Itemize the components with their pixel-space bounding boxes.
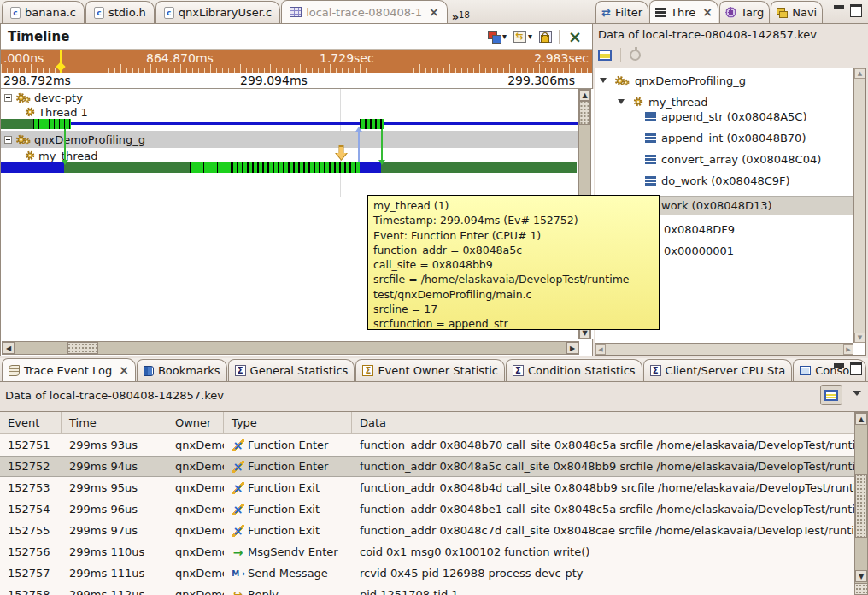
column-header-time[interactable]: Time [62,412,167,433]
column-header-data[interactable]: Data [352,412,854,433]
close-icon[interactable] [119,364,129,377]
scroll-down-icon[interactable] [855,570,867,582]
sync-dropdown-button[interactable] [513,31,532,43]
column-header-event[interactable]: Event [0,412,62,433]
scroll-up-icon[interactable] [855,413,867,425]
tree-label: my_thread [648,96,707,109]
tree-label: append_str (0x08048A5C) [661,110,807,123]
column-header-owner[interactable]: Owner [167,412,224,433]
table-row[interactable]: 152756 299ms 110us qnxDemoProfiling_g Ms… [0,541,854,563]
editor-tab-qnxlibraryuser-c[interactable]: c qnxLibraryUser.c [155,1,280,23]
tab-label: Client/Server CPU Sta [666,364,786,377]
event-tooltip: my_thread (1) Timestamp: 299.094ms (Ev# … [367,195,660,330]
tree-label: 0x00000001 [664,244,734,257]
table-vertical-scrollbar[interactable] [854,412,868,595]
close-icon[interactable] [702,6,713,19]
ruler-position-marker[interactable] [60,50,62,73]
tab-filter[interactable]: Filter [595,1,648,23]
overflow-count: 18 [459,10,470,20]
process-row-qnxdemoprofiling[interactable]: qnxDemoProfiling_g [4,133,145,146]
show-table-icon[interactable] [598,50,612,61]
tab-condition-statistics[interactable]: Condition Statistics [506,359,642,381]
cell-event: 152753 [0,481,62,494]
view-menu-dropdown-icon[interactable] [853,391,861,396]
tree-root-process[interactable]: qnxDemoProfiling_g [614,72,746,89]
bottom-window-buttons [833,362,861,372]
scroll-up-icon[interactable] [854,68,865,79]
minimize-icon[interactable] [833,362,844,372]
tree-item-0x08048df9[interactable]: 0x08048DF9 [664,221,735,238]
timeline-subruler[interactable]: 298.792ms 299.094ms 299.306ms [1,73,592,89]
table-row[interactable]: 152758 299ms 112us qnxDemoProfiling_g Re… [0,584,854,595]
tree-expander-icon[interactable] [618,99,625,104]
tree-vertical-scrollbar[interactable] [853,68,865,343]
maximize-icon[interactable] [850,4,861,14]
tab-bookmarks[interactable]: Bookmarks [137,359,227,381]
editor-tab-banana-c[interactable]: c banana.c [2,1,85,23]
scroll-right-icon[interactable] [843,344,853,355]
cell-time: 299ms 112us [62,588,167,595]
tooltip-line: Event: Function Enter (CPU# 1) [373,228,654,243]
resize-grip[interactable] [854,583,868,595]
collapse-icon[interactable] [4,94,12,102]
minimize-icon[interactable] [833,4,844,14]
tree-expander-icon[interactable] [600,78,607,83]
process-row-devc-pty[interactable]: devc-pty [4,91,83,104]
cell-time: 299ms 94us [62,460,167,473]
close-timeline-button[interactable] [566,30,584,44]
scrollbar-thumb[interactable] [855,474,867,538]
scrollbar-thumb[interactable] [67,342,98,354]
timeline-ruler[interactable]: .000ns 864.870ms 1.729sec 2.983sec [1,50,592,73]
trace-event-table[interactable]: Event Time Owner Type Data 152751 299ms … [0,411,868,595]
tree-item-work-selected[interactable]: work (0x08048D13) [645,197,772,214]
scroll-left-icon[interactable] [595,344,606,355]
sync-arrows-icon [513,31,526,43]
scroll-down-icon[interactable] [854,333,865,343]
thread-row-thread1[interactable]: Thread 1 [25,105,88,119]
tab-navigator[interactable]: Navi [771,1,823,23]
column-header-type[interactable]: Type [224,412,352,433]
tree-item-append-int[interactable]: append_int (0x08048B70) [645,129,806,146]
table-row[interactable]: 152757 299ms 111us qnxDemoProfiling_g Se… [0,563,854,584]
thread-state-segment [1,119,33,129]
editor-tab-stdio-h[interactable]: c stdio.h [85,1,155,23]
pane-layout-dropdown-button[interactable] [488,31,507,43]
editor-tab-local-trace[interactable]: local-trace-080408-1 [281,0,448,23]
scroll-left-icon[interactable] [3,342,15,354]
cell-data: function_addr 0x8048a5c call_site 0x8048… [352,460,854,473]
tab-client-server-cpu[interactable]: Client/Server CPU Sta [643,359,793,381]
collapse-icon[interactable] [4,136,12,144]
scroll-up-icon[interactable] [579,90,590,101]
tree-horizontal-scrollbar[interactable] [595,343,853,355]
toolbar-separator [559,30,560,44]
tab-target[interactable]: Targ [719,1,770,23]
c-file-icon: c [10,7,21,19]
table-row[interactable]: 152753 299ms 95us qnxDemoProfiling_g Fun… [0,477,854,498]
table-row[interactable]: 152754 299ms 96us qnxDemoProfiling_g Fun… [0,498,854,520]
close-icon[interactable] [429,6,439,19]
tab-overflow-chevron[interactable]: 18 [452,7,470,23]
table-row[interactable]: 152755 299ms 97us qnxDemoProfiling_g Fun… [0,520,854,541]
event-link-line [64,129,66,161]
tab-thread-view[interactable]: Thre [649,0,718,23]
tooltip-line: function_addr = 0x8048a5c [373,243,654,257]
tree-item-0x00000001[interactable]: 0x00000001 [664,242,734,259]
thread-state-segment [1,162,64,173]
tab-general-statistics[interactable]: General Statistics [228,359,355,381]
lock-columns-button[interactable] [539,31,552,43]
table-view-toggle-button[interactable] [820,385,842,405]
table-row[interactable]: 152751 299ms 93us qnxDemoProfiling_g Fun… [0,434,854,456]
maximize-icon[interactable] [850,362,861,372]
timeline-horizontal-scrollbar[interactable] [2,341,579,355]
tab-event-owner-statistic[interactable]: Event Owner Statistic [355,359,505,381]
scrollbar-thumb[interactable] [579,101,590,125]
tree-item-do-work[interactable]: do_work (0x08048C9F) [645,172,790,189]
function-list-icon [645,155,656,164]
tree-item-convert-array[interactable]: convert_array (0x08048C04) [645,150,821,168]
tab-trace-event-log[interactable]: Trace Event Log [2,358,136,381]
scroll-right-icon[interactable] [566,342,578,354]
filter-icon [601,6,611,19]
tree-item-append-str[interactable]: append_str (0x08048A5C) [645,108,807,125]
table-row-selected[interactable]: 152752 299ms 94us qnxDemoProfiling_g Fun… [0,456,854,477]
cell-time: 299ms 111us [62,567,167,580]
